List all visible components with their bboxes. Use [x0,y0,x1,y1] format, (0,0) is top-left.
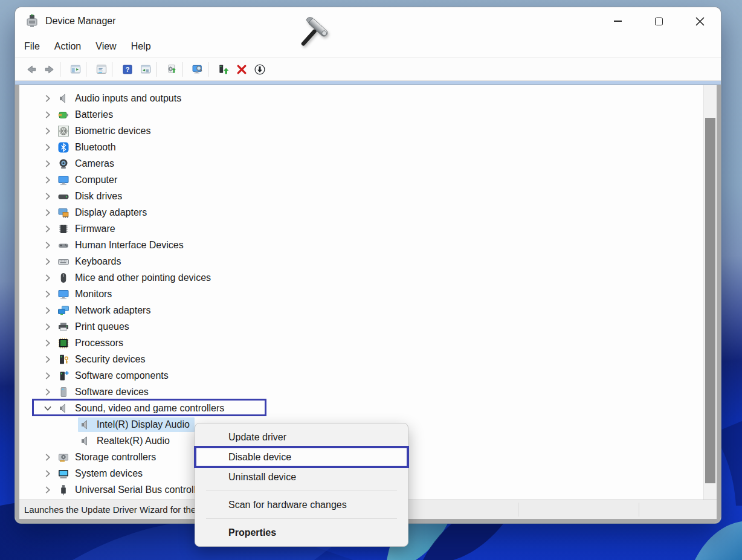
maximize-button[interactable] [645,11,673,31]
chevron-right-icon[interactable] [42,305,53,316]
tree-item-software-devices[interactable]: Software devices [19,384,703,400]
minimize-button[interactable] [604,11,631,31]
update-driver-icon [218,63,230,76]
help-button[interactable]: ? [116,60,134,79]
uninstall-device-button[interactable] [230,60,248,79]
chevron-right-icon[interactable] [42,207,53,218]
system-device-icon [57,468,69,480]
svg-text:?: ? [125,66,129,73]
forward-button[interactable] [38,60,56,79]
properties-panel-button[interactable] [90,60,108,79]
chevron-right-icon[interactable] [42,224,53,234]
tree-item-human-interface-devices[interactable]: Human Interface Devices [19,237,703,253]
chevron-right-icon[interactable] [42,256,53,267]
update-driver-button[interactable] [212,60,230,79]
chevron-right-icon[interactable] [42,468,53,479]
chevron-right-icon[interactable] [42,387,53,397]
tree-item-label: Bluetooth [75,142,116,153]
tree-item-display-adapters[interactable]: Display adapters [19,204,703,220]
chevron-right-icon[interactable] [42,93,53,104]
arrow-right-icon [44,63,56,76]
chevron-right-icon[interactable] [42,191,53,202]
tree-item-label: Security devices [75,354,146,365]
toolbar-separator [112,62,112,77]
chevron-right-icon[interactable] [42,142,53,153]
chevron-right-icon[interactable] [42,272,53,283]
close-button[interactable] [686,11,714,31]
disable-device-button[interactable] [248,60,266,79]
tree-item-keyboards[interactable]: Keyboards [19,253,703,269]
action-pane-button[interactable] [134,60,152,79]
disable-down-icon [254,63,266,76]
menu-file[interactable]: File [24,41,40,52]
speaker-icon [57,402,69,414]
search-computer-button[interactable] [186,60,204,79]
tree-item-monitors[interactable]: Monitors [19,286,703,302]
tree-item-computer[interactable]: Computer [19,172,703,188]
context-menu-item-update-driver[interactable]: Update driver [195,427,408,447]
tree-item-audio-inputs-and-outputs[interactable]: Audio inputs and outputs [19,90,703,106]
console-tree-icon [69,63,82,76]
menu-action[interactable]: Action [54,41,81,52]
chevron-right-icon[interactable] [42,240,53,251]
content-top-strip [15,81,721,85]
menu-view[interactable]: View [95,41,116,52]
arrow-left-icon [25,63,37,76]
back-button[interactable] [20,60,38,79]
toolbar-separator [156,62,156,77]
chevron-right-icon[interactable] [42,370,53,381]
show-console-tree-button[interactable] [64,60,82,79]
chevron-right-icon[interactable] [42,109,53,120]
tree-item-security-devices[interactable]: Security devices [19,351,703,367]
printer-icon [57,321,69,333]
chevron-right-icon[interactable] [42,484,53,495]
tree-item-label: Batteries [75,109,113,120]
vertical-scrollbar[interactable] [703,85,717,500]
context-menu-item-scan-for-hardware-changes[interactable]: Scan for hardware changes [195,495,408,515]
context-menu-item-properties[interactable]: Properties [195,523,408,542]
window-title: Device Manager [45,16,116,27]
chevron-right-icon[interactable] [42,289,53,300]
tree-item-label: Computer [75,175,117,185]
tree-item-network-adapters[interactable]: Network adapters [19,302,703,318]
tree-item-label: Monitors [75,289,112,300]
context-menu-item-uninstall-device[interactable]: Uninstall device [195,467,408,487]
properties-window-icon [95,63,108,76]
chevron-right-icon[interactable] [42,452,53,463]
status-separator [518,503,518,517]
tree-item-label: Software components [75,370,169,381]
fingerprint-icon [57,125,69,137]
tree-item-mice-and-other-pointing-devices[interactable]: Mice and other pointing devices [19,269,703,286]
tree-item-firmware[interactable]: Firmware [19,220,703,237]
computer-icon [57,174,69,186]
chevron-right-icon[interactable] [42,158,53,169]
toolbar-separator [86,62,86,77]
close-icon [695,17,705,26]
chevron-right-icon[interactable] [42,175,53,185]
scan-hardware-changes-button[interactable] [160,60,178,79]
tree-item-label: Display adapters [75,207,147,218]
chevron-right-icon[interactable] [42,126,53,137]
processor-icon [57,337,69,349]
tree-item-biometric-devices[interactable]: Biometric devices [19,123,703,139]
software-component-icon [57,370,69,382]
tree-item-cameras[interactable]: Cameras [19,155,703,172]
chevron-right-icon[interactable] [42,338,53,349]
tree-item-batteries[interactable]: Batteries [19,106,703,123]
scrollbar-thumb[interactable] [705,118,715,483]
tree-item-sound-video-and-game-controllers[interactable]: Sound, video and game controllers [19,400,703,416]
tree-item-software-components[interactable]: Software components [19,367,703,384]
speaker-icon [79,435,91,447]
tree-item-bluetooth[interactable]: Bluetooth [19,139,703,155]
menu-bar: FileActionViewHelp [15,35,721,57]
chevron-right-icon[interactable] [42,321,53,332]
tree-item-print-queues[interactable]: Print queues [19,318,703,335]
tree-item-processors[interactable]: Processors [19,335,703,351]
context-menu-item-disable-device[interactable]: Disable device [195,447,408,467]
tree-item-label: Audio inputs and outputs [75,93,181,104]
menu-help[interactable]: Help [131,41,151,52]
tree-item-disk-drives[interactable]: Disk drives [19,188,703,204]
chevron-down-icon[interactable] [42,403,53,414]
speaker-icon [79,419,91,431]
chevron-right-icon[interactable] [42,354,53,365]
